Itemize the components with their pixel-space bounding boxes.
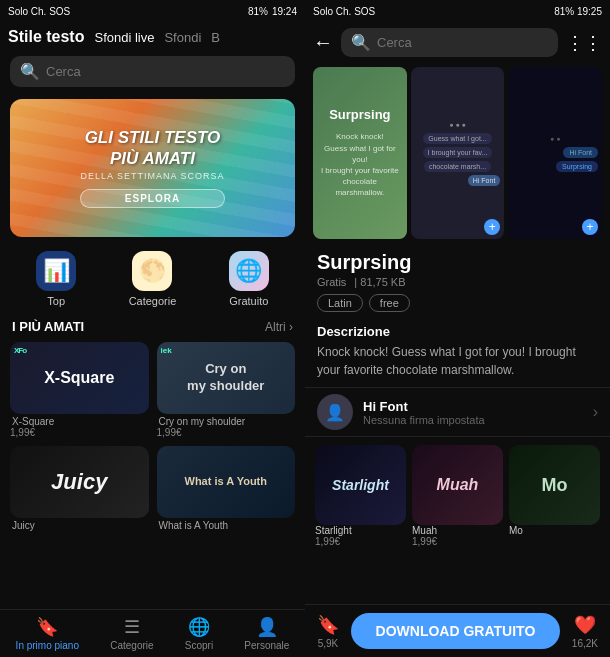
scopri-icon: 🌐 (188, 616, 210, 638)
font-grid: XFo X-Square X-Square 1,99€ iek Cry onmy… (0, 338, 305, 535)
bookmark-save-icon: 🔖 (317, 614, 339, 636)
related-item-starlight[interactable]: Starlight Starlight 1,99€ (315, 445, 406, 547)
font-card-cry-img: iek Cry onmy shoulder (157, 342, 296, 414)
categorie-icon: 🌕 (132, 251, 172, 291)
icon-label-top: Top (47, 295, 65, 307)
related-item-muah[interactable]: Muah Muah 1,99€ (412, 445, 503, 547)
sms-header: ● ● (550, 135, 560, 142)
add-sms-button[interactable]: + (582, 219, 598, 235)
explore-button[interactable]: ESPLORA (80, 189, 224, 208)
iek-badge: iek (161, 346, 172, 356)
nav-item-in-primo-piano[interactable]: 🔖 In primo piano (16, 616, 79, 651)
xfont-badge: XFo (14, 346, 26, 355)
icon-item-categorie[interactable]: 🌕 Categorie (129, 251, 177, 307)
left-battery: 81% (248, 6, 268, 17)
section-more[interactable]: Altri › (265, 320, 293, 334)
font-card-youth[interactable]: What is A Youth What is A Youth (157, 446, 296, 531)
xsquare-text: X-Square (44, 369, 114, 387)
preview-card-chat: ● ● ● Guess what I got... I brought your… (411, 67, 505, 239)
preview-font-text-2: Knock knock!Guess what I got for you!I b… (319, 131, 401, 198)
starlight-card: Starlight (315, 445, 406, 525)
right-search-bar[interactable]: 🔍 (341, 28, 558, 57)
mo-name: Mo (509, 525, 600, 536)
xsquare-name: X-Square (10, 414, 149, 427)
back-button[interactable]: ← (313, 31, 333, 54)
cry-price: 1,99€ (157, 427, 296, 438)
banner[interactable]: GLI STILI TESTO PIÙ AMATI DELLA SETTIMAN… (10, 99, 295, 237)
tag-latin[interactable]: Latin (317, 294, 363, 312)
preview-grid: Surprsing Knock knock!Guess what I got f… (305, 63, 610, 243)
chat-header: ● ● ● (449, 121, 466, 128)
left-search-bar[interactable]: 🔍 (10, 56, 295, 87)
sms-bubble-1: Hi Font (563, 147, 598, 158)
chat-bubble-right: Hi Font (468, 175, 501, 186)
left-time: 19:24 (272, 6, 297, 17)
download-count-section: ❤️ 16,2K (572, 614, 598, 649)
nav-item-categorie[interactable]: ☰ Categorie (110, 616, 153, 651)
author-row[interactable]: 👤 Hi Font Nessuna firma impostata › (305, 387, 610, 437)
related-item-mo[interactable]: Mo Mo (509, 445, 600, 547)
icon-row: 📊 Top 🌕 Categorie 🌐 Gratuito (0, 243, 305, 315)
related-grid: Starlight Starlight 1,99€ Muah Muah 1,99… (305, 437, 610, 555)
font-card-xsquare[interactable]: XFo X-Square X-Square 1,99€ (10, 342, 149, 438)
tab-sfondi[interactable]: Sfondi (164, 30, 201, 45)
juicy-text: Juicy (51, 469, 107, 495)
download-count: 16,2K (572, 638, 598, 649)
download-icon: ❤️ (574, 614, 596, 636)
right-search-input[interactable] (377, 35, 548, 50)
author-name: Hi Font (363, 399, 583, 414)
left-search-input[interactable] (46, 64, 285, 79)
mo-card: Mo (509, 445, 600, 525)
font-card-cry[interactable]: iek Cry onmy shoulder Cry on my shoulder… (157, 342, 296, 438)
font-card-xsquare-img: XFo X-Square (10, 342, 149, 414)
right-carrier: Solo Ch. SOS (313, 6, 375, 17)
author-avatar: 👤 (317, 394, 353, 430)
juicy-name: Juicy (10, 518, 149, 531)
starlight-price: 1,99€ (315, 536, 406, 547)
font-card-juicy-img: Juicy (10, 446, 149, 518)
nav-item-scopri[interactable]: 🌐 Scopri (185, 616, 213, 651)
gratuito-icon: 🌐 (229, 251, 269, 291)
font-price: Gratis (317, 276, 346, 288)
download-button[interactable]: DOWNLOAD GRATUITO (351, 613, 560, 649)
section-title: I PIÙ AMATI (12, 319, 84, 334)
left-panel: Solo Ch. SOS 81% 19:24 Stile testo Sfond… (0, 0, 305, 657)
tab-b[interactable]: B (211, 30, 220, 45)
left-status-right: 81% 19:24 (248, 6, 297, 17)
tab-sfondi-live[interactable]: Sfondi live (94, 30, 154, 45)
add-preview-button[interactable]: + (484, 219, 500, 235)
banner-subtitle: DELLA SETTIMANA SCORSA (80, 171, 224, 181)
description-text: Knock knock! Guess what I got for you! I… (317, 343, 598, 379)
youth-name: What is A Youth (157, 518, 296, 531)
nav-label-categorie: Categorie (110, 640, 153, 651)
top-nav: Stile testo Sfondi live Sfondi B (0, 22, 305, 50)
banner-title-line2: PIÙ AMATI (80, 149, 224, 169)
right-bottom-bar: 🔖 5,9K DOWNLOAD GRATUITO ❤️ 16,2K (305, 604, 610, 657)
font-info: Surprsing Gratis | 81,75 KB Latin free (305, 243, 610, 316)
preview-font-text-1: Surprsing (329, 107, 390, 124)
font-card-juicy[interactable]: Juicy Juicy (10, 446, 149, 531)
author-sub: Nessuna firma impostata (363, 414, 583, 426)
youth-text: What is A Youth (179, 474, 274, 489)
tag-free[interactable]: free (369, 294, 410, 312)
nav-item-personale[interactable]: 👤 Personale (244, 616, 289, 651)
chevron-right-icon: › (593, 403, 598, 421)
starlight-name: Starlight (315, 525, 406, 536)
nav-label-scopri: Scopri (185, 640, 213, 651)
preview-card-main: Surprsing Knock knock!Guess what I got f… (313, 67, 407, 239)
right-search-icon: 🔍 (351, 33, 371, 52)
icon-item-top[interactable]: 📊 Top (36, 251, 76, 307)
left-status-bar: Solo Ch. SOS 81% 19:24 (0, 0, 305, 22)
right-panel: Solo Ch. SOS 81% 19:25 ← 🔍 ⋮⋮ Surprsing … (305, 0, 610, 657)
save-section[interactable]: 🔖 5,9K (317, 614, 339, 649)
cry-preview: iek Cry onmy shoulder (157, 342, 296, 414)
save-count: 5,9K (318, 638, 339, 649)
font-tags: Latin free (317, 294, 598, 312)
starlight-text: Starlight (332, 477, 389, 493)
more-button[interactable]: ⋮⋮ (566, 32, 602, 54)
banner-title-line1: GLI STILI TESTO (80, 128, 224, 148)
icon-item-gratuito[interactable]: 🌐 Gratuito (229, 251, 269, 307)
page-title: Stile testo (8, 28, 84, 46)
banner-text: GLI STILI TESTO PIÙ AMATI DELLA SETTIMAN… (80, 128, 224, 208)
author-info: Hi Font Nessuna firma impostata (363, 399, 583, 426)
